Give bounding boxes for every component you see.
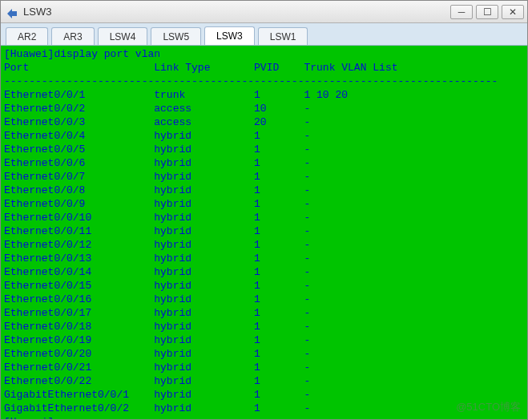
table-row: Ethernet0/0/22 hybrid 1 - [4, 374, 524, 388]
table-row: Ethernet0/0/16 hybrid 1 - [4, 293, 524, 306]
window-title: LSW3 [23, 6, 51, 18]
table-row: Ethernet0/0/5 hybrid 1 - [4, 143, 524, 156]
table-row: GigabitEthernet0/0/2 hybrid 1 - [4, 402, 524, 415]
table-row: Ethernet0/0/6 hybrid 1 - [4, 156, 524, 170]
table-row: Ethernet0/0/15 hybrid 1 - [4, 279, 524, 293]
table-row: Ethernet0/0/4 hybrid 1 - [4, 129, 524, 143]
table-row: Ethernet0/0/10 hybrid 1 - [4, 211, 524, 224]
table-row: Ethernet0/0/20 hybrid 1 - [4, 347, 524, 361]
terminal-divider: ----------------------------------------… [4, 75, 524, 88]
close-button[interactable]: ✕ [502, 5, 524, 19]
terminal-prompt: [Huawei] [4, 415, 524, 419]
minimize-button[interactable]: ─ [450, 5, 473, 19]
tab-lsw3[interactable]: LSW3 [204, 26, 255, 45]
terminal[interactable]: [Huawei]display port vlanPort Link Type … [1, 46, 527, 419]
tab-ar2[interactable]: AR2 [6, 27, 48, 45]
maximize-button[interactable]: ☐ [476, 5, 498, 19]
table-row: Ethernet0/0/17 hybrid 1 - [4, 306, 524, 320]
table-row: Ethernet0/0/11 hybrid 1 - [4, 224, 524, 238]
table-row: Ethernet0/0/21 hybrid 1 - [4, 361, 524, 374]
titlebar: LSW3 ─ ☐ ✕ [1, 1, 527, 23]
table-row: Ethernet0/0/19 hybrid 1 - [4, 333, 524, 347]
table-row: Ethernet0/0/9 hybrid 1 - [4, 197, 524, 211]
table-row: Ethernet0/0/7 hybrid 1 - [4, 170, 524, 184]
table-row: Ethernet0/0/8 hybrid 1 - [4, 184, 524, 197]
table-row: Ethernet0/0/3 access 20 - [4, 115, 524, 129]
table-row: Ethernet0/0/18 hybrid 1 - [4, 320, 524, 333]
table-row: Ethernet0/0/2 access 10 - [4, 102, 524, 115]
minimize-icon: ─ [458, 6, 466, 18]
window-controls: ─ ☐ ✕ [450, 5, 527, 19]
table-row: GigabitEthernet0/0/1 hybrid 1 - [4, 388, 524, 402]
tab-lsw4[interactable]: LSW4 [98, 27, 148, 45]
close-icon: ✕ [509, 6, 517, 18]
tab-lsw1[interactable]: LSW1 [258, 27, 308, 45]
app-icon [6, 6, 18, 18]
terminal-header: Port Link Type PVID Trunk VLAN List [4, 61, 524, 75]
maximize-icon: ☐ [483, 6, 492, 18]
table-row: Ethernet0/0/14 hybrid 1 - [4, 265, 524, 279]
terminal-command: [Huawei]display port vlan [4, 47, 524, 61]
table-row: Ethernet0/0/13 hybrid 1 - [4, 252, 524, 265]
table-row: Ethernet0/0/1 trunk 1 1 10 20 [4, 88, 524, 102]
tab-bar: AR2AR3LSW4LSW5LSW3LSW1 [1, 23, 527, 46]
tab-ar3[interactable]: AR3 [51, 27, 94, 45]
tab-lsw5[interactable]: LSW5 [151, 27, 201, 45]
table-row: Ethernet0/0/12 hybrid 1 - [4, 238, 524, 252]
